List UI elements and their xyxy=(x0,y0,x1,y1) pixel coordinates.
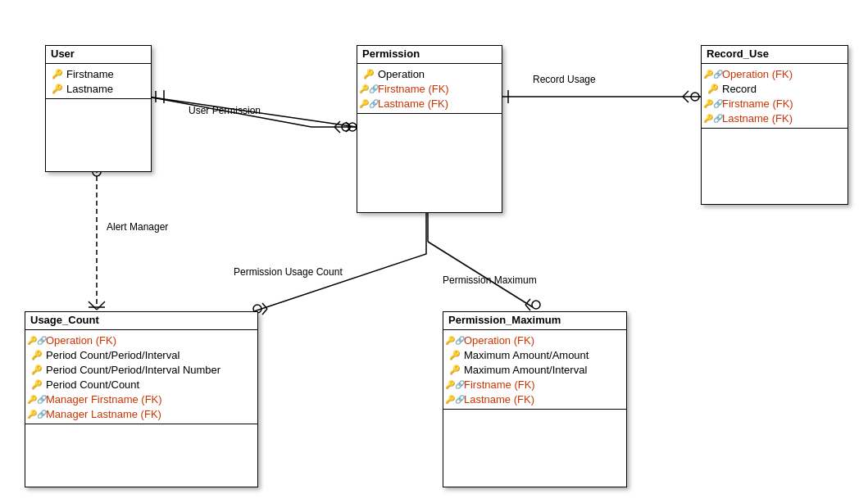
entity-permission-maximum-title: Permission_Maximum xyxy=(443,312,626,330)
svg-point-3 xyxy=(348,123,357,131)
field-uc-operation: 🔑🔗 Operation (FK) xyxy=(30,333,252,347)
svg-line-22 xyxy=(262,309,267,315)
field-user-firstname: 🔑 Firstname xyxy=(51,66,146,81)
svg-line-12 xyxy=(683,91,688,97)
entity-permission-fields: 🔑 Operation 🔑🔗 Firstname (FK) 🔑🔗 Lastnam… xyxy=(357,64,502,113)
key-icon: 🔑 xyxy=(51,67,64,80)
entity-usage-count-fields: 🔑🔗 Operation (FK) 🔑 Period Count/Period/… xyxy=(25,330,257,424)
entity-user-title: User xyxy=(46,46,151,64)
fk-icon: 🔑🔗 xyxy=(362,82,375,95)
fk-icon: 🔑🔗 xyxy=(707,97,720,110)
field-uc-period-interval: 🔑 Period Count/Period/Interval xyxy=(30,347,252,362)
entity-usage-count: Usage_Count 🔑🔗 Operation (FK) 🔑 Period C… xyxy=(25,311,258,487)
entity-usage-count-extra xyxy=(25,424,257,448)
svg-line-17 xyxy=(97,301,105,310)
svg-line-21 xyxy=(262,303,267,309)
field-text: Operation (FK) xyxy=(46,334,116,347)
entity-permission-extra xyxy=(357,113,502,138)
entity-record-use-title: Record_Use xyxy=(702,46,848,64)
entity-permission-maximum-extra xyxy=(443,409,626,433)
field-text: Period Count/Period/Interval Number xyxy=(46,364,220,376)
field-text: Lastname xyxy=(66,83,113,95)
fk-icon: 🔑🔗 xyxy=(30,392,43,406)
label-permission-maximum: Permission Maximum xyxy=(443,274,537,286)
field-uc-manager-lastname: 🔑🔗 Manager Lastname (FK) xyxy=(30,406,252,421)
key-icon: 🔑 xyxy=(30,348,43,361)
fk-icon: 🔑🔗 xyxy=(30,407,43,420)
field-text: Operation xyxy=(378,68,425,80)
field-text: Firstname xyxy=(66,68,114,80)
entity-user-extra xyxy=(46,98,151,123)
entity-permission: Permission 🔑 Operation 🔑🔗 Firstname (FK)… xyxy=(357,45,502,213)
svg-point-26 xyxy=(532,301,540,309)
entity-user-fields: 🔑 Firstname 🔑 Lastname xyxy=(46,64,151,98)
fk-icon: 🔑🔗 xyxy=(30,333,43,347)
field-text: Operation (FK) xyxy=(464,334,534,347)
entity-permission-title: Permission xyxy=(357,46,502,64)
entity-permission-maximum-fields: 🔑🔗 Operation (FK) 🔑 Maximum Amount/Amoun… xyxy=(443,330,626,409)
field-uc-manager-firstname: 🔑🔗 Manager Firstname (FK) xyxy=(30,392,252,406)
key-icon: 🔑 xyxy=(362,67,375,80)
key-icon: 🔑 xyxy=(30,378,43,391)
svg-line-28 xyxy=(525,305,530,310)
field-text: Lastname (FK) xyxy=(722,112,793,125)
field-text: Lastname (FK) xyxy=(378,97,448,110)
svg-point-7 xyxy=(342,123,350,131)
field-pm-firstname: 🔑🔗 Firstname (FK) xyxy=(448,377,621,392)
fk-icon: 🔑🔗 xyxy=(448,333,461,347)
key-icon: 🔑 xyxy=(30,363,43,376)
field-pm-max-interval: 🔑 Maximum Amount/Interval xyxy=(448,362,621,377)
svg-line-4 xyxy=(346,122,351,127)
fk-icon: 🔑🔗 xyxy=(707,111,720,125)
fk-icon: 🔑🔗 xyxy=(448,392,461,406)
field-text: Firstname (FK) xyxy=(378,83,449,95)
svg-line-16 xyxy=(89,301,97,310)
key-icon: 🔑 xyxy=(448,348,461,361)
entity-user: User 🔑 Firstname 🔑 Lastname xyxy=(45,45,152,172)
key-icon: 🔑 xyxy=(707,82,720,95)
svg-line-5 xyxy=(346,127,351,132)
diagram: User Permission Record Usage Alert Manag… xyxy=(0,0,868,503)
field-pm-lastname: 🔑🔗 Lastname (FK) xyxy=(448,392,621,406)
entity-record-use-extra xyxy=(702,128,848,152)
svg-line-9 xyxy=(334,127,340,133)
entity-usage-count-title: Usage_Count xyxy=(25,312,257,330)
key-icon: 🔑 xyxy=(51,82,64,95)
key-icon: 🔑 xyxy=(448,363,461,376)
entity-record-use: Record_Use 🔑🔗 Operation (FK) 🔑 Record 🔑🔗… xyxy=(701,45,848,205)
svg-point-11 xyxy=(691,93,699,101)
label-record-usage: Record Usage xyxy=(533,74,596,85)
field-text: Lastname (FK) xyxy=(464,393,534,406)
field-uc-period-number: 🔑 Period Count/Period/Interval Number xyxy=(30,362,252,377)
fk-icon: 🔑🔗 xyxy=(707,67,720,80)
field-permission-operation: 🔑 Operation xyxy=(362,66,497,81)
field-text: Firstname (FK) xyxy=(722,97,793,110)
field-recorduse-record: 🔑 Record xyxy=(707,81,843,96)
fk-icon: 🔑🔗 xyxy=(362,97,375,110)
field-text: Manager Firstname (FK) xyxy=(46,393,162,406)
field-text: Firstname (FK) xyxy=(464,378,535,391)
field-text: Manager Lastname (FK) xyxy=(46,408,161,420)
field-recorduse-lastname: 🔑🔗 Lastname (FK) xyxy=(707,111,843,125)
field-recorduse-operation: 🔑🔗 Operation (FK) xyxy=(707,66,843,81)
svg-line-13 xyxy=(683,97,688,102)
entity-record-use-fields: 🔑🔗 Operation (FK) 🔑 Record 🔑🔗 Firstname … xyxy=(702,64,848,128)
svg-line-27 xyxy=(525,299,530,305)
field-uc-period-count: 🔑 Period Count/Count xyxy=(30,377,252,392)
entity-permission-maximum: Permission_Maximum 🔑🔗 Operation (FK) 🔑 M… xyxy=(443,311,627,487)
field-permission-lastname: 🔑🔗 Lastname (FK) xyxy=(362,96,497,111)
field-text: Period Count/Count xyxy=(46,378,139,391)
field-recorduse-firstname: 🔑🔗 Firstname (FK) xyxy=(707,96,843,111)
field-permission-firstname: 🔑🔗 Firstname (FK) xyxy=(362,81,497,96)
svg-line-8 xyxy=(334,121,340,127)
field-text: Maximum Amount/Interval xyxy=(464,364,587,376)
field-pm-operation: 🔑🔗 Operation (FK) xyxy=(448,333,621,347)
field-user-lastname: 🔑 Lastname xyxy=(51,81,146,96)
field-pm-max-amount: 🔑 Maximum Amount/Amount xyxy=(448,347,621,362)
label-user-permission: User Permission xyxy=(189,105,261,116)
field-text: Record xyxy=(722,83,757,95)
label-alert-manager: Alert Manager xyxy=(107,221,168,233)
label-permission-usage-count: Permission Usage Count xyxy=(234,266,343,278)
fk-icon: 🔑🔗 xyxy=(448,378,461,391)
field-text: Operation (FK) xyxy=(722,68,793,80)
